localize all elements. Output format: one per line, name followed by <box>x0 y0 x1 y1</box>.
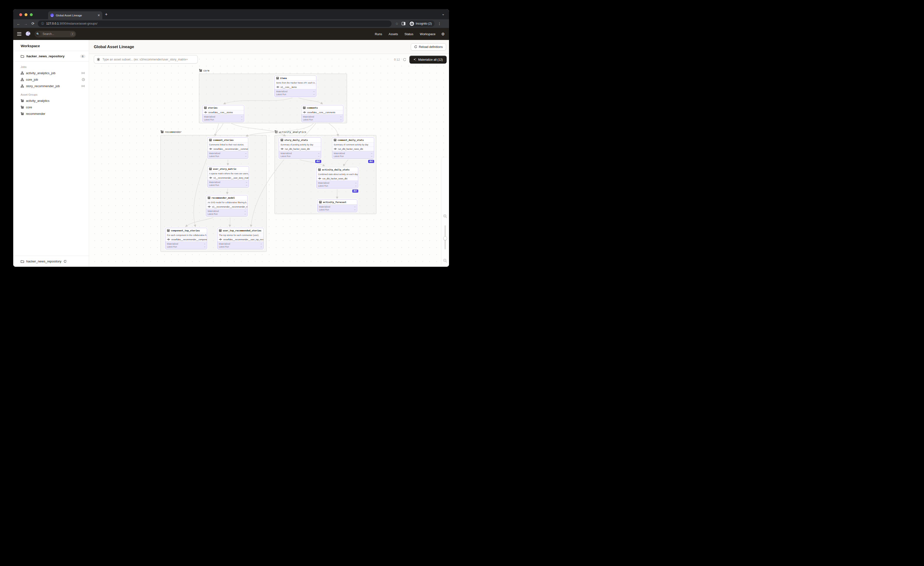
asset-stats: Materialized–Latest Run– <box>317 204 357 212</box>
incognito-icon <box>410 21 414 26</box>
asset-description: Comments linked to their root stories. <box>207 142 248 147</box>
lineage-edge-11 <box>326 121 338 136</box>
sidebar-footer-repository[interactable]: hacker_news_repository <box>13 256 89 267</box>
nav-workspace[interactable]: Workspace <box>420 32 435 36</box>
asset-stats: Materialized–Latest Run– <box>301 114 343 122</box>
group-label-activity_analytics: activity_analytics <box>274 130 306 134</box>
asset-node-component_top_stories[interactable]: component_top_storiesFor each component … <box>165 228 207 249</box>
asset-description: Items from the Hacker News API: each is … <box>274 80 316 85</box>
sidebar-asset-group-activity_analytics[interactable]: activity_analytics <box>13 98 89 104</box>
table-icon <box>280 139 283 141</box>
job-icon <box>21 78 24 81</box>
asset-op: snowflake__recommender__componen... <box>165 237 207 242</box>
sparkle-icon <box>413 58 417 62</box>
asset-node-user_top_recommended_stories[interactable]: user_top_recommended_storiesThe top stor… <box>217 228 264 249</box>
asset-name: activity_forecast <box>317 200 357 204</box>
zoom-slider-handle[interactable] <box>443 236 447 240</box>
forward-icon[interactable]: → <box>23 22 28 26</box>
asset-stats: Materialized–Latest Run– <box>207 180 249 188</box>
search-input[interactable] <box>42 32 69 36</box>
asset-description: Summary of posting activity by day <box>279 142 321 147</box>
asset-filter[interactable] <box>94 55 198 63</box>
back-icon[interactable]: ← <box>16 22 21 26</box>
refresh-graph-icon[interactable] <box>403 58 406 62</box>
tab-close-icon[interactable]: ✕ <box>98 14 100 17</box>
settings-gear-icon[interactable]: ⚙ <box>441 32 445 36</box>
asset-name: comment_daily_stats <box>332 137 374 142</box>
global-search[interactable]: 🔍 / <box>34 31 76 37</box>
new-tab-button[interactable]: + <box>105 12 108 17</box>
close-window-button[interactable] <box>19 13 22 16</box>
asset-description: Combined stats about activity on each da… <box>316 172 358 176</box>
minimize-window-button[interactable] <box>24 13 27 16</box>
asset-node-items[interactable]: itemsItems from the Hacker News API: eac… <box>274 75 316 97</box>
reload-definitions-button[interactable]: Reload definitions <box>411 44 446 51</box>
asset-description: An SVD model for collaborative filtering… <box>206 200 248 204</box>
table-icon <box>219 229 222 232</box>
group-label-recommender: recommender <box>160 130 182 134</box>
side-panel-icon[interactable] <box>402 22 405 25</box>
bookmark-star-icon[interactable]: ☆ <box>395 22 399 26</box>
asset-group-icon <box>274 130 278 134</box>
footer-repository-name: hacker_news_repository <box>26 260 62 263</box>
asset-node-story_daily_stats[interactable]: story_daily_statsSummary of posting acti… <box>279 137 321 159</box>
browser-menu-icon[interactable]: ⋮ <box>438 22 441 26</box>
dagster-logo <box>25 31 31 37</box>
zoom-window-button[interactable] <box>30 13 33 16</box>
tab-search-chevron-icon[interactable]: ⌄ <box>441 12 445 16</box>
op-icon <box>276 86 279 88</box>
asset-name: stories <box>202 105 244 110</box>
asset-op: s3__core__items <box>274 85 316 89</box>
repository-count-badge: 6 <box>80 55 86 58</box>
asset-node-comments[interactable]: commentssnowflake__core__commentsMateria… <box>301 105 344 122</box>
sidebar-job-story_recommender_job[interactable]: story_recommender_job <box>13 83 89 89</box>
materialize-all-button[interactable]: Materialize all (12) <box>409 56 447 63</box>
asset-name: story_daily_stats <box>279 137 321 142</box>
zoom-out-icon[interactable] <box>443 258 447 263</box>
sidebar-asset-group-core[interactable]: core <box>13 104 89 111</box>
asset-node-activity_forecast[interactable]: activity_forecastMaterialized–Latest Run… <box>317 199 357 212</box>
refresh-timer: 0:12 <box>394 58 400 62</box>
browser-tab[interactable]: Global Asset Lineage ✕ <box>48 11 102 19</box>
repository-row[interactable]: hacker_news_repository 6 <box>13 51 89 62</box>
nav-runs[interactable]: Runs <box>375 32 382 36</box>
sidebar-job-activity_analytics_job[interactable]: activity_analytics_job <box>13 70 89 76</box>
asset-node-comment_stories[interactable]: comment_storiesComments linked to their … <box>207 137 248 159</box>
asset-node-activity_daily_stats[interactable]: activity_daily_statsCombined stats about… <box>316 167 358 189</box>
asset-group-icon <box>21 99 24 102</box>
asset-name: component_top_stories <box>165 228 207 233</box>
nav-assets[interactable]: Assets <box>388 32 398 36</box>
lineage-edge-10 <box>227 121 285 136</box>
asset-op: snowflake__core__comments <box>301 110 343 114</box>
asset-op: s3__recommender__recommender_mo... <box>206 204 248 209</box>
asset-stats: Materialized–Latest Run– <box>202 114 244 122</box>
hamburger-menu-icon[interactable] <box>17 32 21 36</box>
sidebar-job-core_job[interactable]: core_job <box>13 76 89 83</box>
asset-node-comment_daily_stats[interactable]: comment_daily_statsSummary of comment ac… <box>332 137 374 159</box>
asset-node-user_story_matrix[interactable]: user_story_matrixA sparse matrix where t… <box>207 166 249 188</box>
asset-node-stories[interactable]: storiessnowflake__core__storiesMateriali… <box>202 105 244 122</box>
table-icon <box>319 201 322 203</box>
zoom-in-icon[interactable] <box>443 214 447 218</box>
reload-icon[interactable]: ⟳ <box>30 21 35 26</box>
asset-group-icon <box>21 112 24 115</box>
asset-op: snowflake__recommender__comment_... <box>207 147 248 151</box>
folder-icon <box>21 260 24 263</box>
asset-op: s3__recommender__user_story_matrix <box>207 176 249 180</box>
address-bar[interactable]: ⓘ 127.0.0.1:3000/instance/asset-groups/ <box>38 21 392 27</box>
asset-op: run_dbt_hacker_news_dbt <box>332 147 374 151</box>
asset-filter-input[interactable] <box>102 57 195 62</box>
sidebar-asset-group-recommender[interactable]: recommender <box>13 111 89 117</box>
site-info-icon[interactable]: ⓘ <box>41 22 44 26</box>
browser-tab-strip: Global Asset Lineage ✕ + ⌄ <box>13 9 449 19</box>
op-icon <box>280 148 284 150</box>
nav-status[interactable]: Status <box>405 32 413 36</box>
refresh-repository-icon[interactable] <box>63 260 67 263</box>
table-icon <box>167 229 170 232</box>
asset-node-recommender_model[interactable]: recommender_modelAn SVD model for collab… <box>206 195 248 217</box>
window-controls[interactable] <box>19 13 33 16</box>
asset-lineage-canvas[interactable]: 0:12 Materialize all (12) corerecommende… <box>89 54 449 267</box>
asset-op: snowflake__core__stories <box>202 110 244 114</box>
asset-stats: Materialized–Latest Run– <box>165 242 207 249</box>
dbt-badge: dbt <box>352 189 358 192</box>
